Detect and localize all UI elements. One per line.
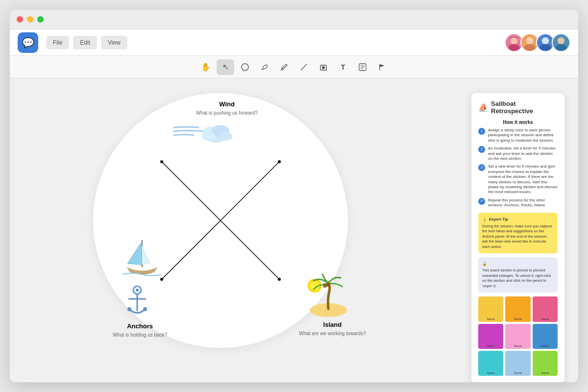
anchors-label: Anchors What is holding us back? [113,322,167,339]
app-window: 💬 File Edit View [10,10,578,382]
side-panel: ⛵ Sailboat Retrospective How it works 1 … [471,93,564,382]
wind-illustration [172,118,235,149]
wind-label: Wind What is pushing us forward? [196,100,258,117]
text-tool-button[interactable]: T [334,59,352,75]
svg-point-49 [326,283,330,287]
tab-edit[interactable]: Edit [73,36,97,49]
svg-marker-37 [142,245,151,265]
panel-header: ⛵ Sailboat Retrospective [478,100,558,115]
header: 💬 File Edit View [10,29,578,56]
svg-line-15 [301,64,307,70]
header-tabs: File Edit View [46,36,500,49]
flag-tool-button[interactable] [373,59,391,75]
sticky-grid: Name Name Name Name Name Name Na [478,296,558,376]
titlebar [10,10,578,29]
how-it-works-title: How it works [478,120,558,125]
sailboat-icon: ⛵ [478,103,488,112]
step-2: 2 As moderator, set a timer for 5 minute… [478,146,558,161]
svg-point-9 [542,37,549,44]
svg-point-17 [322,66,325,69]
line-tool-button[interactable] [295,59,313,75]
svg-point-12 [558,37,564,44]
lock-tip-box: 🔒 This board section is pinned to preven… [478,257,558,293]
svg-point-28 [278,278,281,281]
sticky-teal: Name [478,351,503,376]
rect-tool-button[interactable] [315,59,332,75]
avatar-group [508,33,570,52]
shape-tool-button[interactable] [236,59,254,75]
hand-tool-button[interactable]: ✋ [197,59,215,75]
logo-button[interactable]: 💬 [18,32,38,53]
minimize-button[interactable] [27,16,33,23]
select-tool-button[interactable]: ↖ [217,59,234,75]
lock-tip-header: 🔒 [482,261,554,267]
note-tool-button[interactable] [354,59,371,75]
svg-point-39 [136,289,139,292]
step-4: 4 Repeat this process for the other sect… [478,198,558,208]
pencil-tool-button[interactable] [275,59,293,75]
logo-icon: 💬 [22,37,34,49]
toolbar: ✋ ↖ T [10,56,578,78]
maximize-button[interactable] [37,16,44,23]
expert-tip-header: 💡 Expert Tip [482,217,554,222]
island-label: Island What are we working towards? [299,321,366,337]
pen-tool-button[interactable] [256,59,273,75]
svg-point-3 [511,37,517,44]
step-3: 3 Set a new timer for 5 minutes and give… [478,164,558,195]
canvas-area[interactable]: Wind What is pushing us forward? [10,78,578,382]
anchor-illustration [122,284,152,320]
svg-point-48 [323,284,327,288]
svg-point-14 [242,64,248,71]
sticky-pink: Name [533,296,558,321]
sticky-orange: Name [505,296,530,321]
sailboat-illustration [118,230,167,291]
expert-tip-box: 💡 Expert Tip During the session, make su… [478,213,558,253]
tab-file[interactable]: File [46,36,69,49]
svg-point-25 [160,160,163,163]
step-list: 1 Assign a sticky color to each person p… [478,128,558,208]
avatar-4[interactable] [552,33,570,52]
sticky-green: Name [533,351,558,376]
lock-icon: 🔒 [482,261,487,267]
sticky-light-blue: Name [505,351,530,376]
panel-title: Sailboat Retrospective [491,100,558,115]
close-button[interactable] [17,16,23,23]
svg-point-33 [201,132,215,141]
sticky-light-pink: Name [505,324,530,349]
svg-point-43 [143,307,147,311]
sticky-purple: Name [478,324,503,349]
svg-point-26 [278,160,281,163]
tab-view[interactable]: View [101,36,127,49]
bulb-icon: 💡 [482,217,487,222]
svg-point-7 [526,37,533,44]
sticky-blue: Name [533,324,558,349]
island-illustration [304,272,353,323]
sticky-yellow: Name [478,296,503,321]
svg-point-32 [220,132,232,141]
step-1: 1 Assign a sticky color to each person p… [478,128,558,143]
svg-point-42 [127,307,131,311]
